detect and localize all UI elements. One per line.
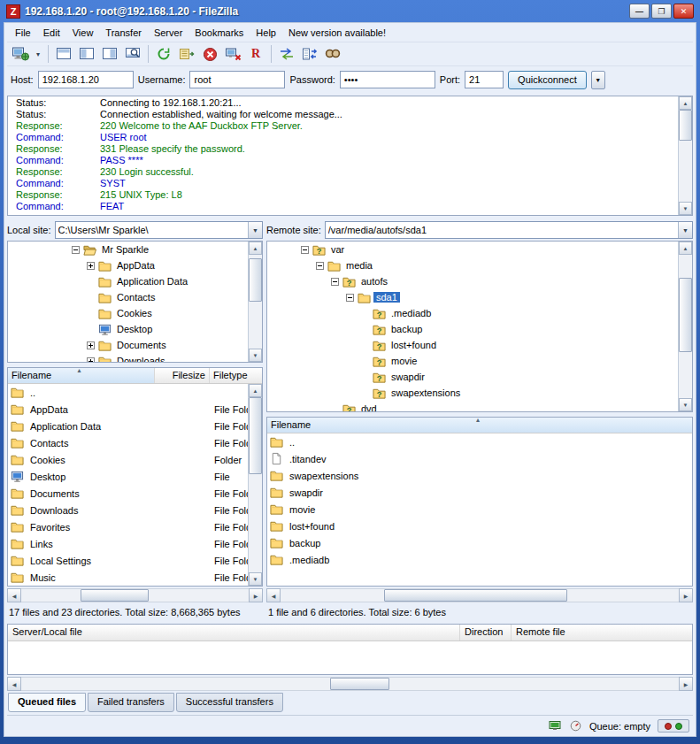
tree-item-label[interactable]: sda1 — [373, 292, 400, 303]
file-row-movie[interactable]: movie — [267, 501, 692, 518]
tree-item-label[interactable]: lost+found — [388, 340, 439, 350]
tree-item-label[interactable]: Cookies — [114, 308, 155, 318]
scroll-thumb[interactable] — [679, 278, 692, 352]
tree-item-documents[interactable]: Documents — [8, 337, 262, 353]
tree-item-desktop[interactable]: Desktop — [8, 321, 262, 337]
column-header-filesize[interactable]: Filesize — [155, 368, 210, 383]
cancel-icon[interactable] — [199, 44, 220, 64]
tree-item-autofs[interactable]: ?autofs — [267, 273, 692, 289]
scroll-thumb[interactable] — [384, 589, 567, 602]
file-row-lost-found[interactable]: lost+found — [267, 518, 692, 534]
tree-item-mr-sparkle[interactable]: Mr Sparkle — [8, 242, 262, 257]
tree-item-label[interactable]: AppData — [114, 260, 158, 271]
expand-plus-icon[interactable] — [87, 341, 98, 349]
menu-item-file[interactable]: File — [9, 25, 37, 41]
tree-item-label[interactable]: Documents — [114, 340, 169, 350]
tree-item-label[interactable]: swapextensions — [388, 387, 463, 398]
port-input[interactable] — [465, 71, 504, 88]
tree-item-label[interactable]: .mediadb — [388, 308, 434, 318]
message-log-scrollbar[interactable]: ▲ ▼ — [678, 96, 692, 215]
chevron-down-icon[interactable]: ▼ — [248, 222, 262, 238]
tree-item-dvd[interactable]: ?dvd — [267, 401, 692, 412]
process-queue-icon[interactable] — [176, 44, 197, 64]
queue-column-remote-file[interactable]: Remote file — [512, 625, 692, 640]
scroll-left-icon[interactable]: ◀ — [7, 588, 21, 602]
queue-body[interactable] — [8, 641, 692, 674]
collapse-minus-icon[interactable] — [301, 246, 312, 254]
minimize-button[interactable]: — — [629, 4, 650, 19]
remote-horizontal-scrollbar[interactable]: ◀ ▶ — [266, 588, 693, 602]
synchronized-browsing-icon[interactable] — [299, 44, 320, 64]
scroll-down-icon[interactable]: ▼ — [249, 572, 262, 586]
expand-plus-icon[interactable] — [87, 262, 98, 270]
scroll-thumb[interactable] — [249, 397, 262, 474]
tree-item-label[interactable]: autofs — [358, 276, 390, 287]
menu-item-new-version-available[interactable]: New version available! — [282, 25, 392, 41]
scroll-thumb[interactable] — [679, 110, 692, 141]
queue-column-server-local-file[interactable]: Server/Local file — [8, 625, 460, 640]
column-header-filetype[interactable]: Filetype — [210, 368, 262, 383]
find-files-icon[interactable] — [322, 44, 343, 64]
tree-item-label[interactable]: Downloads — [114, 356, 167, 363]
toggle-remote-tree-icon[interactable] — [99, 44, 120, 64]
scroll-down-icon[interactable]: ▼ — [249, 349, 262, 362]
tree-item-cookies[interactable]: Cookies — [8, 305, 262, 321]
column-header-filename[interactable]: Filename▴ — [267, 418, 692, 433]
tree-item-label[interactable]: Mr Sparkle — [99, 244, 151, 255]
tree-item-var[interactable]: ?var — [267, 242, 692, 257]
speed-limits-icon[interactable] — [569, 720, 582, 732]
scroll-thumb[interactable] — [249, 258, 262, 302]
scroll-left-icon[interactable]: ◀ — [266, 588, 281, 602]
file-row-contacts[interactable]: ContactsFile Folder — [8, 434, 262, 451]
scroll-up-icon[interactable]: ▲ — [249, 384, 262, 397]
refresh-icon[interactable] — [153, 44, 174, 64]
scroll-up-icon[interactable]: ▲ — [679, 96, 692, 110]
scroll-down-icon[interactable]: ▼ — [679, 202, 692, 215]
tree-item-backup[interactable]: ?backup — [267, 321, 692, 337]
file-row-appdata[interactable]: AppDataFile Folder — [8, 401, 262, 418]
file-row-local-settings[interactable]: Local SettingsFile Folder — [8, 552, 262, 569]
menu-item-server[interactable]: Server — [148, 25, 188, 41]
file-row-application-data[interactable]: Application DataFile Folder — [8, 418, 262, 434]
tree-item-label[interactable]: Desktop — [114, 324, 155, 334]
tree-item-sda1[interactable]: sda1 — [267, 289, 692, 305]
file-row-row[interactable]: .. — [267, 433, 692, 450]
tree-item-label[interactable]: Contacts — [114, 292, 158, 303]
queue-column-direction[interactable]: Direction — [460, 625, 512, 640]
tree-item-swapdir[interactable]: ?swapdir — [267, 369, 692, 385]
column-header-filename[interactable]: Filename▴ — [8, 368, 155, 383]
file-row-cookies[interactable]: CookiesFolder — [8, 451, 262, 468]
local-tree-scrollbar[interactable]: ▲ ▼ — [248, 242, 262, 362]
host-input[interactable] — [38, 71, 134, 88]
collapse-minus-icon[interactable] — [331, 278, 342, 286]
tree-item-label[interactable]: swapdir — [388, 372, 427, 382]
tree-item-application-data[interactable]: Application Data — [8, 273, 262, 289]
chevron-down-icon[interactable]: ▼ — [678, 222, 692, 238]
toggle-queue-icon[interactable] — [122, 44, 143, 64]
tree-item-label[interactable]: movie — [388, 356, 419, 366]
expand-plus-icon[interactable] — [87, 357, 98, 364]
file-row-favorites[interactable]: FavoritesFile Folder — [8, 518, 262, 535]
tree-item-label[interactable]: backup — [388, 324, 425, 334]
tree-item-contacts[interactable]: Contacts — [8, 289, 262, 305]
tab-failed-transfers[interactable]: Failed transfers — [88, 693, 174, 712]
tree-item-downloads[interactable]: Downloads — [8, 353, 262, 363]
tree-item-label[interactable]: media — [343, 260, 375, 271]
scroll-left-icon[interactable]: ◀ — [7, 677, 21, 691]
disconnect-icon[interactable] — [222, 44, 243, 64]
tree-item-appdata[interactable]: AppData — [8, 257, 262, 273]
close-button[interactable]: ✕ — [673, 4, 694, 19]
file-row-backup[interactable]: backup — [267, 534, 692, 551]
local-horizontal-scrollbar[interactable]: ◀ ▶ — [7, 588, 263, 602]
collapse-minus-icon[interactable] — [346, 294, 358, 302]
file-row-downloads[interactable]: DownloadsFile Folder — [8, 502, 262, 518]
maximize-button[interactable]: ❐ — [651, 4, 672, 19]
tree-item-mediadb[interactable]: ?.mediadb — [267, 305, 692, 321]
scroll-up-icon[interactable]: ▲ — [679, 242, 692, 255]
site-manager-dropdown-icon[interactable]: ▾ — [33, 44, 43, 64]
tree-item-label[interactable]: dvd — [358, 403, 380, 412]
tree-item-media[interactable]: media — [267, 257, 692, 273]
quickconnect-dropdown-button[interactable]: ▼ — [591, 71, 605, 89]
tree-item-swapextensions[interactable]: ?swapextensions — [267, 385, 692, 401]
site-manager-icon[interactable] — [10, 44, 31, 64]
